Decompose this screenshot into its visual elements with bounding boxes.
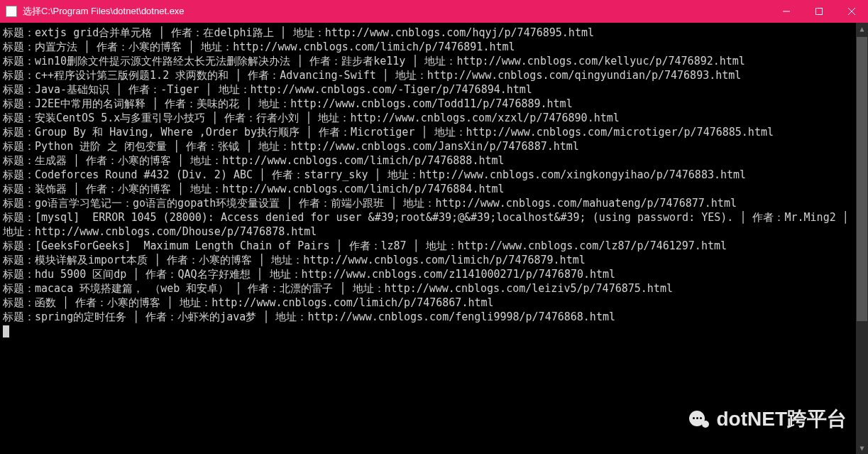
scroll-up-arrow-icon[interactable]: ▲ xyxy=(856,23,868,35)
minimize-button[interactable] xyxy=(770,0,803,23)
scrollbar-thumb[interactable] xyxy=(857,37,867,321)
close-button[interactable] xyxy=(835,0,868,23)
window-titlebar: 选择C:\Program Files\dotnet\dotnet.exe xyxy=(0,0,868,23)
minimize-icon xyxy=(783,8,790,15)
window-controls xyxy=(770,0,868,23)
watermark-text: dotNET跨平台 xyxy=(716,406,847,433)
vertical-scrollbar[interactable]: ▲ ▼ xyxy=(856,23,868,454)
svg-rect-1 xyxy=(816,9,823,15)
terminal-output[interactable]: 标题：extjs grid合并单元格 │ 作者：在delphi路上 │ 地址：h… xyxy=(0,23,868,454)
maximize-icon xyxy=(815,8,823,15)
watermark: dotNET跨平台 xyxy=(689,406,847,433)
maximize-button[interactable] xyxy=(803,0,835,23)
window-title: 选择C:\Program Files\dotnet\dotnet.exe xyxy=(23,5,770,18)
close-icon xyxy=(848,8,855,15)
wechat-icon xyxy=(689,411,709,428)
cursor xyxy=(3,325,9,337)
app-icon xyxy=(6,6,17,17)
scroll-down-arrow-icon[interactable]: ▼ xyxy=(856,442,868,454)
